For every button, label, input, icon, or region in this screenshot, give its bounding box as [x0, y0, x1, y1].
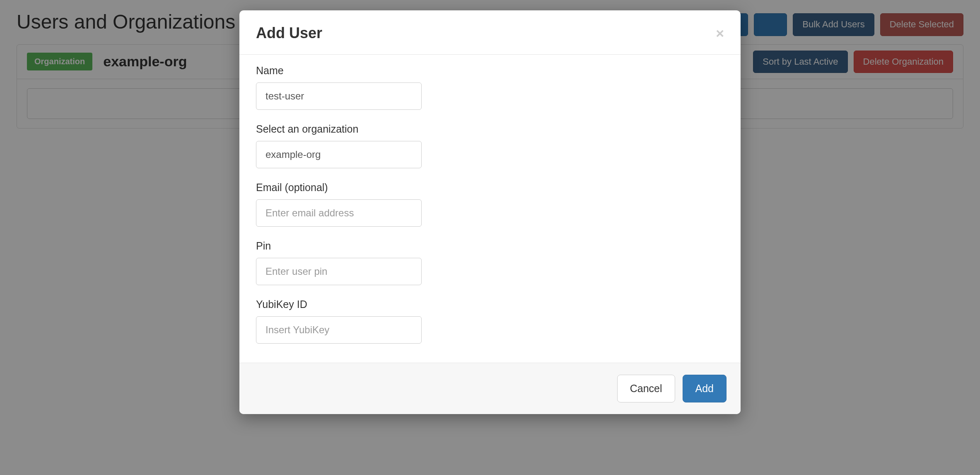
organization-input[interactable] [256, 141, 422, 168]
modal-title: Add User [256, 24, 322, 42]
pin-label: Pin [256, 240, 724, 252]
add-user-modal: Add User × Name Select an organization E… [239, 10, 741, 414]
yubikey-label: YubiKey ID [256, 298, 724, 310]
yubikey-input[interactable] [256, 316, 422, 344]
form-group-email: Email (optional) [256, 182, 724, 227]
email-input[interactable] [256, 199, 422, 227]
form-group-name: Name [256, 65, 724, 110]
modal-footer: Cancel Add [239, 363, 741, 414]
close-icon[interactable]: × [716, 26, 724, 40]
modal-header: Add User × [239, 10, 741, 55]
email-label: Email (optional) [256, 182, 724, 194]
form-group-pin: Pin [256, 240, 724, 285]
organization-label: Select an organization [256, 123, 724, 135]
name-label: Name [256, 65, 724, 77]
form-group-yubikey: YubiKey ID [256, 298, 724, 344]
cancel-button[interactable]: Cancel [617, 375, 675, 402]
name-input[interactable] [256, 82, 422, 110]
pin-input[interactable] [256, 258, 422, 285]
modal-body: Name Select an organization Email (optio… [239, 55, 741, 363]
form-group-organization: Select an organization [256, 123, 724, 168]
add-button[interactable]: Add [683, 375, 727, 402]
